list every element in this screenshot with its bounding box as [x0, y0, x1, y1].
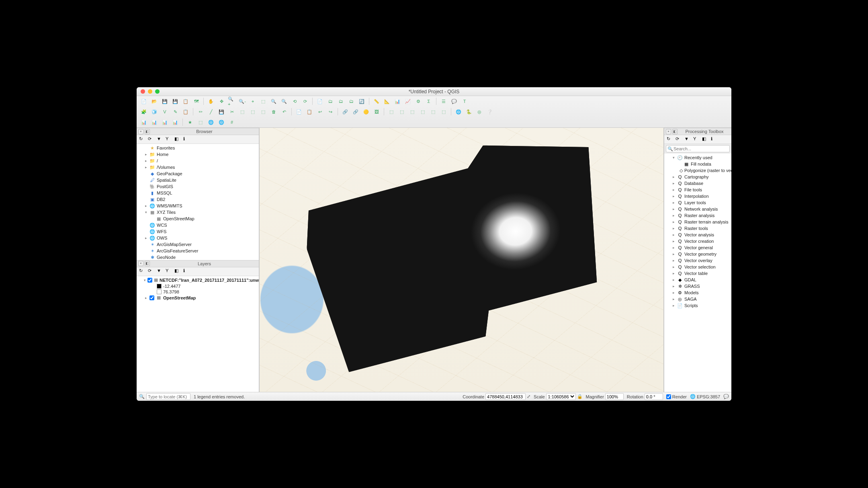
expand-icon[interactable]: ▸ — [144, 296, 148, 300]
toolbox-item[interactable]: ▾🕘Recently used — [664, 154, 731, 161]
layers-tree[interactable]: ▾▦NETCDF:"Iran_A072_20171117_20171111":u… — [137, 276, 259, 392]
toolbar-button[interactable]: 📋 — [305, 108, 313, 116]
browser-tree[interactable]: ★Favorites▸📁Home▸📁/▸📁/Volumes◆GeoPackage… — [137, 144, 259, 260]
toolbar-button[interactable]: 🗑 — [270, 108, 278, 116]
expand-icon[interactable]: ▸ — [671, 188, 676, 192]
expand-icon[interactable]: ▸ — [671, 175, 676, 179]
expand-icon[interactable]: ▸ — [671, 271, 676, 275]
toolbar-button[interactable]: 💾 — [217, 108, 225, 116]
expand-icon[interactable]: ▸ — [144, 204, 148, 208]
toolbox-item[interactable]: ▸QDatabase — [664, 180, 731, 187]
toolbox-item[interactable]: ▸QVector analysis — [664, 232, 731, 238]
toolbar-button[interactable]: ↶ — [280, 108, 288, 116]
panel-tool-button[interactable]: ℹ — [183, 136, 190, 143]
rotation-input[interactable] — [645, 393, 663, 400]
toolbar-button[interactable]: ⬚ — [249, 108, 257, 116]
expand-icon[interactable]: ▸ — [671, 213, 676, 217]
toolbar-button[interactable]: # — [228, 118, 236, 126]
panel-tool-button[interactable]: ↻ — [667, 136, 673, 143]
panel-tool-button[interactable]: ℹ — [711, 136, 717, 143]
toolbar-button[interactable]: ✥ — [217, 97, 225, 105]
lock-icon[interactable]: 🔒 — [577, 394, 583, 399]
toolbar-button[interactable]: 📋 — [182, 108, 190, 116]
toolbar-button[interactable]: 🟡 — [362, 108, 370, 116]
toolbar-button[interactable]: 📋 — [182, 97, 190, 105]
expand-icon[interactable]: ▸ — [671, 258, 676, 262]
toolbar-button[interactable]: ✎ — [171, 108, 179, 116]
toolbar-button[interactable]: 🗂 — [326, 97, 334, 105]
toolbar-button[interactable]: 🌐 — [217, 118, 225, 126]
expand-icon[interactable]: ▸ — [671, 278, 676, 282]
browser-item[interactable]: ▾▦XYZ Tiles — [137, 209, 259, 215]
toolbar-button[interactable]: ⚙ — [414, 97, 422, 105]
toolbar-button[interactable]: ⬚ — [440, 108, 448, 116]
messages-icon[interactable]: 💬 — [723, 394, 729, 399]
panel-tool-button[interactable]: ⟳ — [676, 136, 682, 143]
toolbar-button[interactable]: ✂ — [228, 108, 236, 116]
toolbar-button[interactable]: ⬚ — [197, 118, 205, 126]
crs-icon[interactable]: 🌐 — [690, 394, 696, 399]
browser-item[interactable]: 🖊SpatiaLite — [137, 177, 259, 183]
expand-icon[interactable]: ▸ — [671, 233, 676, 237]
panel-tool-button[interactable]: ⟳ — [148, 136, 154, 143]
panel-close-icon[interactable]: × — [666, 129, 671, 134]
panel-tool-button[interactable]: ℹ — [183, 268, 190, 275]
toolbox-item[interactable]: ◇Polygonize (raster to vect... — [664, 167, 731, 174]
panel-tool-button[interactable]: ↻ — [139, 136, 145, 143]
expand-icon[interactable]: ▸ — [671, 297, 676, 301]
toolbar-button[interactable]: ⌖ — [249, 97, 257, 105]
toolbox-item[interactable]: ▸QRaster analysis — [664, 212, 731, 219]
toolbar-button[interactable]: 🔍 — [270, 97, 278, 105]
panel-tool-button[interactable]: ↻ — [139, 268, 145, 275]
expand-icon[interactable]: ▸ — [671, 226, 676, 230]
toolbox-item[interactable]: ▸◎SAGA — [664, 296, 731, 302]
crs-button[interactable]: EPSG:3857 — [697, 394, 720, 399]
toolbox-item[interactable]: ▸QInterpolation — [664, 193, 731, 199]
toolbar-button[interactable]: 🔍- — [238, 97, 246, 105]
toolbar-button[interactable]: Σ — [425, 97, 433, 105]
toolbar-button[interactable]: 📂 — [150, 97, 158, 105]
expand-icon[interactable]: ▸ — [671, 291, 676, 295]
expand-icon[interactable]: ▸ — [144, 165, 148, 169]
browser-item[interactable]: ▣DB2 — [137, 196, 259, 203]
toolbox-item[interactable]: ▸QVector selection — [664, 264, 731, 270]
locator-input[interactable] — [146, 393, 190, 400]
extents-toggle-icon[interactable]: ⤢ — [527, 394, 530, 399]
panel-tool-button[interactable]: ◧ — [174, 136, 181, 143]
toolbar-button[interactable]: 🗂 — [347, 97, 355, 105]
toolbox-item[interactable]: ▸◆GDAL — [664, 277, 731, 283]
panel-tool-button[interactable]: ◧ — [174, 268, 181, 275]
toolbox-item[interactable]: ▸QNetwork analysis — [664, 206, 731, 212]
toolbar-button[interactable]: 📏 — [373, 97, 381, 105]
toolbar-button[interactable]: 🔄 — [358, 97, 366, 105]
toolbar-button[interactable]: 📊 — [150, 118, 158, 126]
toolbar-button[interactable]: 🧩 — [140, 108, 148, 116]
expand-icon[interactable]: ▸ — [671, 220, 676, 224]
browser-item[interactable]: ★Favorites — [137, 145, 259, 151]
browser-item[interactable]: ▦OpenStreetMap — [137, 215, 259, 222]
toolbar-button[interactable]: ⬚ — [398, 108, 406, 116]
browser-item[interactable]: ✱GeoNode — [137, 254, 259, 260]
toolbox-item[interactable]: ▸QFile tools — [664, 187, 731, 193]
toolbar-button[interactable]: 🗺 — [192, 97, 200, 105]
toolbox-item[interactable]: ▸QVector table — [664, 270, 731, 277]
render-checkbox[interactable] — [666, 394, 671, 399]
toolbox-item[interactable]: ▸QVector general — [664, 244, 731, 251]
layer-visibility-checkbox[interactable] — [147, 278, 152, 283]
toolbar-button[interactable]: ★ — [186, 118, 194, 126]
toolbox-tree[interactable]: ▾🕘Recently used▦Fill nodata◇Polygonize (… — [664, 154, 731, 392]
toolbar-button[interactable]: 📄 — [140, 97, 148, 105]
browser-item[interactable]: ▸📁Home — [137, 151, 259, 158]
toolbar-button[interactable]: T — [461, 97, 469, 105]
panel-tool-button[interactable]: ▼ — [157, 268, 163, 275]
expand-icon[interactable]: ▸ — [671, 246, 676, 250]
panel-tool-button[interactable]: ◧ — [702, 136, 708, 143]
browser-item[interactable]: ▸🌐OWS — [137, 235, 259, 241]
expand-icon[interactable]: ▸ — [144, 159, 148, 163]
toolbar-button[interactable]: ✏ — [197, 108, 205, 116]
toolbox-item[interactable]: ▦Fill nodata — [664, 161, 731, 167]
toolbar-button[interactable]: ⬚ — [259, 108, 267, 116]
toolbox-search-input[interactable] — [666, 145, 730, 152]
panel-tool-button[interactable]: ▼ — [157, 136, 163, 143]
expand-icon[interactable]: ▸ — [671, 284, 676, 288]
